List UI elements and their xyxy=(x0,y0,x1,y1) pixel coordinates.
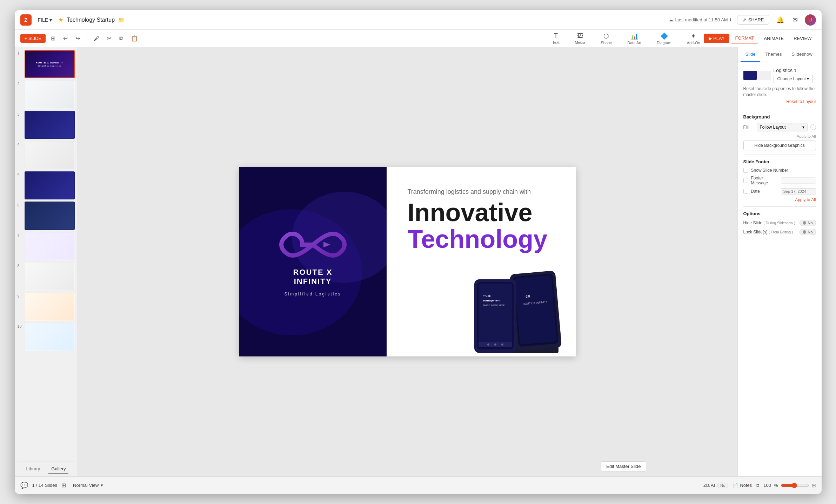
slide-item-3[interactable]: 3 xyxy=(18,111,75,139)
duplicate-slide-button[interactable]: ⧉ xyxy=(756,483,759,488)
paste-button[interactable]: 📋 xyxy=(128,33,140,43)
slide-thumbnail-5[interactable] xyxy=(25,171,75,199)
animate-tab[interactable]: ANIMATE xyxy=(760,34,788,43)
slide-thumbnail-3[interactable] xyxy=(25,111,75,139)
play-button[interactable]: ▶ PLAY xyxy=(704,34,730,43)
date-checkbox[interactable] xyxy=(743,189,748,194)
addon-tool[interactable]: ✦ Add-On xyxy=(683,31,704,46)
slide-outline-button[interactable]: ⊞ xyxy=(48,33,58,43)
svg-text:management: management xyxy=(483,299,501,302)
zia-ai-button[interactable]: Zia AI No xyxy=(703,483,728,488)
library-tab[interactable]: Library xyxy=(24,465,43,474)
data-art-label: Data Art xyxy=(627,41,641,45)
slide-item-8[interactable]: 8 xyxy=(18,262,75,290)
slide-thumbnail-1[interactable]: ROUTE X INFINITY Simplified Logistics xyxy=(25,50,75,78)
slide-item-7[interactable]: 7 xyxy=(18,232,75,260)
apply-all-footer-button[interactable]: Apply to All xyxy=(743,197,816,202)
redo-button[interactable]: ↪ xyxy=(73,33,82,43)
hide-slide-toggle[interactable]: No xyxy=(800,220,816,226)
background-title: Background xyxy=(743,114,816,120)
tab-themes[interactable]: Themes xyxy=(760,47,787,62)
slide-right-section: Transforming logistics and supply chain … xyxy=(387,167,576,356)
chat-button[interactable]: 💬 xyxy=(20,482,28,489)
date-input[interactable] xyxy=(781,188,816,195)
fill-dropdown[interactable]: Follow Layout ▾ xyxy=(757,123,808,131)
reset-text: Reset the slide properties to follow the… xyxy=(743,86,816,98)
footer-message-row: Footer Message xyxy=(743,176,816,185)
slide-thumbnail-9[interactable] xyxy=(25,293,75,321)
main-area: 1 ROUTE X INFINITY Simplified Logistics … xyxy=(15,47,822,476)
slide-item-5[interactable]: 5 xyxy=(18,171,75,199)
bottom-bar: 💬 1 / 14 Slides ⊞ Normal View ▾ Zia AI N… xyxy=(15,476,822,494)
notes-icon: 📄 xyxy=(733,483,738,488)
favorite-icon[interactable]: ★ xyxy=(58,16,63,23)
divider-3 xyxy=(743,206,816,207)
layout-header: Logistics 1 Change Layout ▾ xyxy=(743,68,816,83)
tab-slide[interactable]: Slide xyxy=(741,47,761,62)
layout-thumbnails xyxy=(743,71,771,80)
copy-button[interactable]: ⧉ xyxy=(117,34,126,43)
text-tool[interactable]: T Text xyxy=(549,31,563,46)
layout-thumb-dark xyxy=(743,71,757,80)
change-layout-button[interactable]: Change Layout ▾ xyxy=(774,75,813,83)
slide-panel: 1 ROUTE X INFINITY Simplified Logistics … xyxy=(15,47,78,476)
canvas-area: ROUTE X INFINITY Simplified Logistics Tr… xyxy=(78,47,737,476)
scissors-button[interactable]: ✂ xyxy=(105,33,114,43)
add-slide-button[interactable]: + SLIDE xyxy=(20,34,46,43)
slide-headline-2: Technology xyxy=(408,226,562,252)
show-slide-number-checkbox[interactable] xyxy=(743,168,748,173)
svg-text:Truck: Truck xyxy=(483,294,491,298)
file-menu-button[interactable]: FILE ▾ xyxy=(35,16,55,24)
format-tab[interactable]: FORMAT xyxy=(731,33,758,43)
svg-text:co: co xyxy=(525,294,530,298)
options-title: Options xyxy=(743,211,816,216)
fill-info-icon[interactable]: i xyxy=(810,124,816,130)
slide-thumbnail-6[interactable] xyxy=(25,202,75,230)
view-mode-button[interactable]: Normal View ▾ xyxy=(70,481,106,489)
footer-message-input[interactable] xyxy=(781,177,816,184)
mail-button[interactable]: ✉ xyxy=(791,15,799,25)
tab-slideshow[interactable]: Slideshow xyxy=(787,47,817,62)
layout-name: Logistics 1 xyxy=(774,68,813,73)
slide-item-4[interactable]: 4 xyxy=(18,141,75,169)
gallery-tab[interactable]: Gallery xyxy=(48,465,68,474)
slide-item-1[interactable]: 1 ROUTE X INFINITY Simplified Logistics xyxy=(18,50,75,78)
zoom-level-text: 100 xyxy=(763,483,771,488)
notifications-button[interactable]: 🔔 xyxy=(775,15,785,25)
reset-to-layout-link[interactable]: Reset to Layout xyxy=(743,99,816,104)
phones-image: co ROUTE X INFINITY Truck management mad… xyxy=(453,251,576,356)
app-window: Z FILE ▾ ★ Technology Startup 📁 ☁ Last m… xyxy=(15,10,822,494)
data-art-tool[interactable]: 📊 Data Art xyxy=(624,31,645,46)
lock-slide-label: Lock Slide(s) xyxy=(743,230,768,234)
media-tool[interactable]: 🖼 Media xyxy=(571,31,589,46)
slide-thumbnail-4[interactable] xyxy=(25,141,75,169)
slide-thumbnail-7[interactable] xyxy=(25,232,75,260)
review-tab[interactable]: REVIEW xyxy=(789,34,816,43)
slide-item-9[interactable]: 9 xyxy=(18,293,75,321)
format-painter-button[interactable]: 🖌 xyxy=(91,34,102,43)
slide-thumbnail-10[interactable] xyxy=(25,323,75,351)
diagram-tool[interactable]: 🔷 Diagram xyxy=(653,31,675,46)
footer-message-checkbox[interactable] xyxy=(743,178,748,183)
zoom-slider[interactable] xyxy=(781,483,809,488)
svg-rect-10 xyxy=(479,284,512,347)
shape-tool[interactable]: ⬡ Shape xyxy=(597,31,616,46)
notes-button[interactable]: 📄 Notes xyxy=(733,483,752,488)
undo-button[interactable]: ↩ xyxy=(61,33,70,43)
slide-item-6[interactable]: 6 xyxy=(18,202,75,230)
shape-icon: ⬡ xyxy=(603,32,609,40)
slide-item-2[interactable]: 2 xyxy=(18,80,75,108)
lock-slide-toggle[interactable]: No xyxy=(800,229,816,235)
edit-master-slide-button[interactable]: Edit Master Slide xyxy=(601,461,646,471)
avatar[interactable]: U xyxy=(805,14,816,26)
slide-thumbnail-2[interactable] xyxy=(25,80,75,108)
infinity-logo xyxy=(278,227,348,262)
svg-text:made easier now: made easier now xyxy=(483,304,504,307)
apply-to-all-button[interactable]: Apply to All xyxy=(743,134,816,138)
toolbar: + SLIDE ⊞ ↩ ↪ 🖌 ✂ ⧉ 📋 T Text 🖼 Media ⬡ S… xyxy=(15,30,822,47)
slide-thumbnail-8[interactable] xyxy=(25,262,75,290)
share-button[interactable]: ⇗ SHARE xyxy=(737,15,769,25)
hide-background-graphics-button[interactable]: Hide Background Graphics xyxy=(743,141,816,150)
last-modified-text: ☁ Last modified at 11:50 AM ℹ xyxy=(669,17,731,22)
slide-item-10[interactable]: 10 xyxy=(18,323,75,351)
